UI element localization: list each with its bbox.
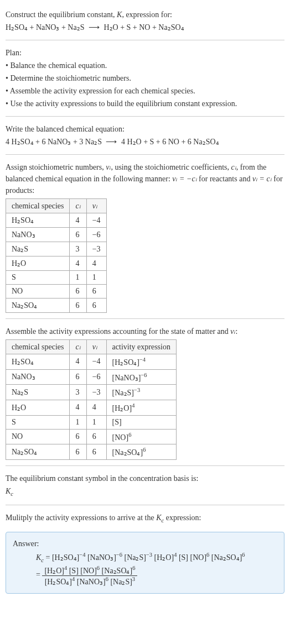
table-header: νᵢ (86, 340, 106, 354)
table-cell: 1 (86, 271, 106, 285)
activity-expression: [NaNO₃]−6 (106, 369, 176, 385)
table-cell: 6 (86, 299, 106, 313)
table-header: νᵢ (86, 199, 106, 213)
table-cell: −6 (86, 228, 106, 242)
table-row: NO66[NO]6 (6, 429, 177, 444)
balanced-label: Write the balanced chemical equation: (6, 123, 284, 135)
table-header: cᵢ (70, 340, 86, 354)
activity-table: chemical speciescᵢνᵢactivity expressionH… (6, 339, 177, 460)
table-cell: NO (6, 429, 70, 444)
activity-block: Assemble the activity expressions accoun… (6, 321, 284, 463)
plan-step: • Use the activity expressions to build … (6, 98, 284, 109)
table-cell: 1 (70, 415, 86, 429)
answer-label: Answer: (13, 538, 277, 549)
table-cell: Na₂S (6, 242, 70, 256)
kc-symbol: Kc (6, 485, 284, 499)
table-cell: −3 (86, 385, 106, 400)
table-cell: 1 (86, 415, 106, 429)
title-prefix: Construct the equilibrium constant, (6, 11, 117, 19)
kc-base: K (6, 487, 11, 495)
table-cell: 4 (86, 256, 106, 271)
kc-symbol: Kc (156, 514, 164, 522)
table-row: NaNO₃6−6[NaNO₃]−6 (6, 369, 177, 385)
table-cell: H₂O (6, 400, 70, 415)
table-row: H₂O44[H₂O]4 (6, 400, 177, 415)
plan-step: • Assemble the activity expression for e… (6, 85, 284, 97)
table-cell: H₂SO₄ (6, 213, 70, 228)
table-cell: 4 (70, 400, 86, 415)
nu-eq-prod: νᵢ = cᵢ (252, 175, 272, 183)
text: : (236, 327, 238, 336)
nu-i: νᵢ (230, 327, 235, 336)
table-cell: −4 (86, 213, 106, 228)
table-cell: S (6, 271, 70, 285)
table-row: Na₂S3−3[Na₂S]−3 (6, 385, 177, 400)
title-line: Construct the equilibrium constant, K, e… (6, 9, 284, 20)
activity-expression: [Na₂S]−3 (106, 385, 176, 400)
answer-line-1: Kc = [H₂SO₄]−4 [NaNO₃]−6 [Na₂S]−3 [H₂O]4… (36, 552, 277, 563)
text: , using the stoichiometric coefficients, (111, 163, 231, 171)
table-row: Na₂SO₄66[Na₂SO₄]6 (6, 444, 177, 460)
product-of-activities: [H₂SO₄]−4 [NaNO₃]−6 [Na₂S]−3 [H₂O]4 [S] … (52, 553, 245, 562)
multiply-label: Mulitply the activity expressions to arr… (6, 512, 284, 525)
divider (6, 505, 284, 505)
table-cell: −4 (86, 354, 106, 370)
table-header: activity expression (106, 340, 176, 354)
table-header: cᵢ (70, 199, 86, 213)
plan-step: • Determine the stoichiometric numbers. (6, 72, 284, 84)
table-cell: 6 (70, 429, 86, 444)
answer-line-2: = [H₂O]4 [S] [NO]6 [Na₂SO₄]6 [H₂SO₄]4 [N… (36, 565, 277, 586)
table-cell: 6 (70, 285, 86, 299)
nu-eq-react: νᵢ = −cᵢ (172, 175, 196, 183)
table-cell: S (6, 415, 70, 429)
table-cell: 4 (70, 256, 86, 271)
table-cell: 4 (70, 213, 86, 228)
title-k: K (117, 11, 122, 19)
numerator: [H₂O]4 [S] [NO]6 [Na₂SO₄]6 (42, 565, 137, 576)
activity-expression: [NO]6 (106, 429, 176, 444)
table-cell: 6 (86, 285, 106, 299)
table-row: Na₂S3−3 (6, 242, 107, 256)
table-cell: −3 (86, 242, 106, 256)
table-cell: NO (6, 285, 70, 299)
text: for reactants and (197, 175, 252, 183)
text: Mulitply the activity expressions to arr… (6, 514, 156, 522)
table-cell: Na₂SO₄ (6, 299, 70, 313)
table-header: chemical species (6, 199, 70, 213)
reaction-unbalanced: H₂SO₄ + NaNO₃ + Na₂S ⟶ H₂O + S + NO + Na… (6, 22, 284, 33)
table-cell: H₂SO₄ (6, 354, 70, 370)
activity-expression: [H₂SO₄]−4 (106, 354, 176, 370)
text: Assemble the activity expressions accoun… (6, 327, 230, 336)
reaction-balanced: 4 H₂SO₄ + 6 NaNO₃ + 3 Na₂S ⟶ 4 H₂O + S +… (6, 136, 284, 148)
table-cell: 6 (86, 429, 106, 444)
stoich-table: chemical speciescᵢνᵢH₂SO₄4−4NaNO₃6−6Na₂S… (6, 198, 107, 313)
kc-sub: c (11, 491, 13, 497)
table-header: chemical species (6, 340, 70, 354)
text: Assign stoichiometric numbers, (6, 163, 106, 171)
table-cell: 3 (70, 242, 86, 256)
table-cell: Na₂S (6, 385, 70, 400)
activity-expression: [S] (106, 415, 176, 429)
divider (6, 465, 284, 466)
table-cell: 6 (86, 444, 106, 460)
activity-expression: [H₂O]4 (106, 400, 176, 415)
stoich-block: Assign stoichiometric numbers, νᵢ, using… (6, 157, 284, 316)
table-row: H₂SO₄4−4[H₂SO₄]−4 (6, 354, 177, 370)
table-cell: 6 (70, 369, 86, 385)
table-row: S11[S] (6, 415, 177, 429)
text: expression: (164, 514, 201, 522)
kc-base: K (156, 514, 161, 522)
plan-block: Plan: • Balance the chemical equation.• … (6, 43, 284, 114)
divider (6, 40, 284, 40)
table-row: H₂SO₄4−4 (6, 213, 107, 228)
table-row: S11 (6, 271, 107, 285)
activity-intro: Assemble the activity expressions accoun… (6, 326, 284, 337)
kc-base: K (36, 553, 41, 562)
table-cell: Na₂SO₄ (6, 444, 70, 460)
table-row: H₂O44 (6, 256, 107, 271)
stoich-intro: Assign stoichiometric numbers, νᵢ, using… (6, 161, 284, 196)
equals: = (44, 553, 52, 562)
table-row: NO66 (6, 285, 107, 299)
table-row: Na₂SO₄66 (6, 299, 107, 313)
table-cell: 4 (70, 354, 86, 370)
